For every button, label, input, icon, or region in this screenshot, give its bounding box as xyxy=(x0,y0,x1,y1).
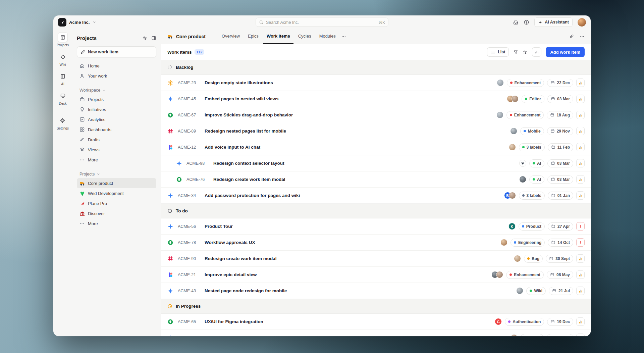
assignee-avatars[interactable]: G xyxy=(495,318,502,325)
rail-item-ai[interactable]: AI xyxy=(58,71,68,86)
progress-chart-icon[interactable] xyxy=(576,191,585,200)
assignee-avatars[interactable]: B xyxy=(504,192,516,199)
progress-chart-icon[interactable] xyxy=(576,287,585,295)
progress-chart-icon[interactable] xyxy=(576,175,585,184)
label-chip[interactable]: 3 labels xyxy=(519,143,545,151)
priority-urgent-icon[interactable] xyxy=(576,238,585,247)
work-item-row-acme-89[interactable]: ACME-89Redesign nested pages list for mo… xyxy=(161,123,591,139)
label-chip[interactable]: Enhancement xyxy=(506,271,544,279)
sidebar-section-projects-1[interactable]: Projects xyxy=(77,170,156,178)
due-date-chip[interactable]: 29 Nov xyxy=(547,127,573,135)
tab-cycles[interactable]: Cycles xyxy=(295,29,315,44)
progress-chart-icon[interactable] xyxy=(576,270,585,279)
work-item-row-acme-45[interactable]: ACME-45Embed pages in nested wiki viewsE… xyxy=(161,91,591,107)
label-chip[interactable]: Billing xyxy=(521,334,544,337)
filter-button[interactable] xyxy=(513,50,518,55)
label-chip[interactable]: AI xyxy=(529,175,544,184)
label-chip[interactable]: Product xyxy=(519,222,545,231)
sidebar-collapse-button[interactable] xyxy=(151,36,156,41)
group-header-to-do[interactable]: To do xyxy=(161,204,591,218)
global-search[interactable]: ⌘K xyxy=(256,18,388,27)
due-date-chip[interactable]: 14 Oct xyxy=(548,239,573,247)
label-chip[interactable]: Editor xyxy=(522,95,544,103)
label-chip[interactable]: Authentication xyxy=(505,318,544,326)
sidebar-item-plane-pro[interactable]: Plane Pro xyxy=(77,198,156,208)
assignee-avatars[interactable] xyxy=(510,128,517,135)
sidebar-item-dashboards[interactable]: Dashboards xyxy=(77,124,156,135)
copy-link-button[interactable] xyxy=(569,34,574,39)
work-item-row-acme-76[interactable]: ACME-76Redesign create work item modalAI… xyxy=(161,171,591,188)
work-item-row-acme-65[interactable]: ACME-65UX/UI for Figma integrationGAuthe… xyxy=(161,314,591,330)
sidebar-item-your-work[interactable]: Your work xyxy=(77,71,156,81)
assignee-avatars[interactable] xyxy=(514,255,521,262)
assignee-avatars[interactable] xyxy=(507,95,519,102)
rail-item-settings[interactable]: Settings xyxy=(57,115,69,130)
sidebar-item-wed-development[interactable]: Wed Development xyxy=(77,188,156,198)
priority-urgent-icon[interactable] xyxy=(576,222,585,231)
due-date-chip[interactable]: 03 Mar xyxy=(547,175,573,184)
progress-chart-icon[interactable] xyxy=(576,143,585,151)
rail-item-wiki[interactable]: Wiki xyxy=(58,52,68,66)
due-date-chip[interactable]: 21 Jul xyxy=(549,287,573,295)
work-item-row-acme-34[interactable]: ACME-34Add password protection for pages… xyxy=(161,188,591,204)
assignee-avatars[interactable] xyxy=(491,271,503,278)
due-date-chip[interactable]: 25 Aug xyxy=(547,334,573,337)
tab-epics[interactable]: Epics xyxy=(245,29,262,44)
progress-chart-icon[interactable] xyxy=(576,317,585,326)
work-item-row-acme-12[interactable]: ACME-12Add voice input to AI chat3 label… xyxy=(161,139,591,155)
work-item-row-acme-98[interactable]: ACME-98Redesign context selector layoutA… xyxy=(161,155,591,171)
assignee-avatars[interactable] xyxy=(496,111,503,118)
view-switcher-button[interactable]: List xyxy=(487,47,509,57)
due-date-chip[interactable]: 19 Dec xyxy=(547,318,573,326)
group-header-in-progress[interactable]: In Progress xyxy=(161,299,591,314)
tab-modules[interactable]: Modules xyxy=(316,29,339,44)
sidebar-item-initiatives[interactable]: Initiatives xyxy=(77,104,156,114)
due-date-chip[interactable]: 27 Apr xyxy=(548,222,573,231)
sidebar-item-projects[interactable]: Projects xyxy=(77,94,156,104)
sidebar-section-workspace-0[interactable]: Workspace xyxy=(77,86,156,94)
label-chip[interactable]: 3 labels xyxy=(519,192,545,200)
work-item-row-acme-67[interactable]: ACME-67Improve Stickies drag-and-drop be… xyxy=(161,107,591,123)
work-item-row-acme-56[interactable]: ACME-56Product TourKProduct27 Apr xyxy=(161,218,591,235)
workspace-switcher[interactable]: Acme Inc. xyxy=(58,18,96,27)
label-chip[interactable]: Enhancement xyxy=(507,79,544,87)
sidebar-filter-button[interactable] xyxy=(142,36,147,41)
inbox-button[interactable] xyxy=(513,19,519,25)
sidebar-item-discover[interactable]: Discover xyxy=(77,208,156,218)
tab-work-items[interactable]: Work items xyxy=(263,29,293,44)
due-date-chip[interactable]: 01 Jan xyxy=(548,192,573,200)
assignee-avatars[interactable] xyxy=(500,239,507,246)
due-date-chip[interactable]: 22 Dec xyxy=(547,79,573,87)
due-date-chip[interactable]: 30 Sept xyxy=(546,255,573,263)
add-work-item-button[interactable]: Add work item xyxy=(546,47,585,57)
due-date-chip[interactable]: 11 Feb xyxy=(548,143,573,151)
sidebar-item-more[interactable]: More xyxy=(77,218,156,229)
assignee-avatars[interactable] xyxy=(519,176,526,183)
progress-chart-icon[interactable] xyxy=(576,127,585,135)
sidebar-item-core-product[interactable]: Core product xyxy=(77,178,156,188)
tab-overview[interactable]: Overview xyxy=(218,29,243,44)
work-item-row-acme-21[interactable]: ACME-21Improve epic detail viewEnhanceme… xyxy=(161,267,591,283)
search-input[interactable] xyxy=(266,20,376,24)
work-item-row-acme-43[interactable]: ACME-43Nested page node redesign for mob… xyxy=(161,283,591,299)
due-date-chip[interactable]: 03 Mar xyxy=(547,159,573,167)
work-item-row-acme-87[interactable]: ACME-87Dynamic icons based on context ty… xyxy=(161,330,591,336)
label-chip[interactable]: Bug xyxy=(524,255,543,263)
label-chip[interactable]: Wiki xyxy=(526,287,546,295)
label-chip[interactable]: Enhancement xyxy=(506,111,544,119)
user-avatar[interactable] xyxy=(578,18,586,27)
assignee-avatars[interactable] xyxy=(519,160,526,167)
assignee-avatars[interactable] xyxy=(511,334,518,336)
due-date-chip[interactable]: 18 Aug xyxy=(547,111,573,119)
due-date-chip[interactable]: 03 Mar xyxy=(547,95,573,103)
due-date-chip[interactable]: 08 May xyxy=(547,271,573,279)
help-button[interactable] xyxy=(524,19,529,25)
new-work-item-button[interactable]: New work item xyxy=(77,46,156,57)
assignee-avatars[interactable] xyxy=(509,144,516,151)
work-item-row-acme-90[interactable]: ACME-90Redesign create work item modalBu… xyxy=(161,251,591,267)
progress-chart-icon[interactable] xyxy=(576,334,585,336)
assignee-avatars[interactable] xyxy=(497,79,504,86)
sidebar-item-more[interactable]: More xyxy=(77,155,156,165)
label-chip[interactable]: AI xyxy=(529,159,544,167)
assignee-avatars[interactable] xyxy=(516,287,523,294)
